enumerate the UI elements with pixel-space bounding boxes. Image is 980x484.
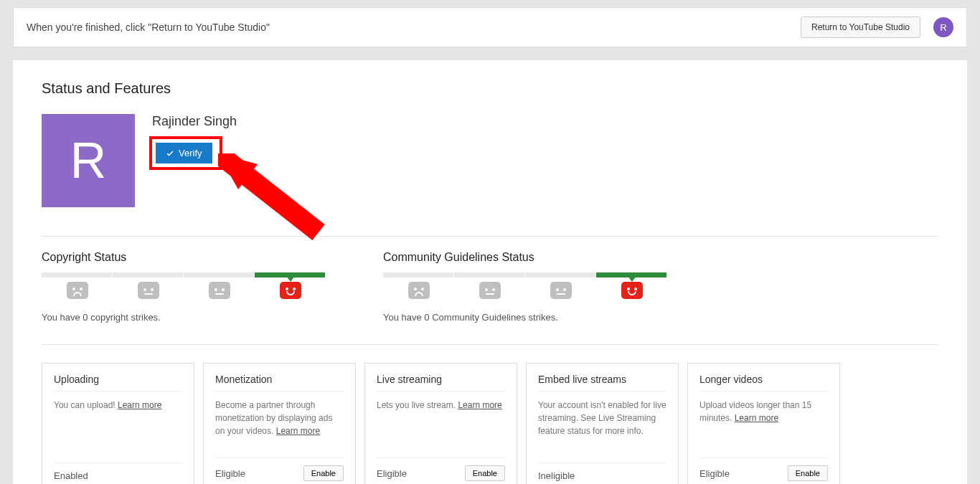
card-status: Eligible (699, 468, 730, 479)
neutral-face-icon (550, 282, 572, 299)
neutral-face-icon (479, 282, 501, 299)
learn-more-link[interactable]: Learn more (735, 413, 778, 423)
card-desc: Become a partner through monetization by… (215, 399, 344, 457)
bar-segment (525, 272, 595, 277)
sad-face-icon (67, 282, 88, 299)
card-title: Embed live streams (538, 374, 666, 392)
community-faces (383, 282, 667, 299)
happy-face-icon (621, 282, 643, 299)
card-footer: EligibleEnable (377, 457, 505, 481)
card-embed-live: Embed live streams Your account isn't en… (526, 363, 679, 484)
copyright-faces (42, 282, 326, 299)
card-monetization: Monetization Become a partner through mo… (203, 363, 356, 484)
card-longer-videos: Longer videos Upload videos longer than … (687, 363, 840, 484)
status-row: Copyright Status You have 0 copyright st… (42, 251, 938, 345)
learn-more-link[interactable]: Learn more (458, 400, 501, 410)
happy-face-icon (280, 282, 301, 299)
card-status: Ineligible (538, 470, 575, 481)
card-desc: Lets you live stream. Learn more (377, 399, 505, 457)
verify-button-label: Verify (179, 148, 202, 158)
profile-section: R Rajinder Singh Verify (42, 114, 938, 237)
neutral-face-icon (209, 282, 230, 299)
bar-segment (454, 272, 524, 277)
top-bar: When you're finished, click "Return to Y… (13, 7, 967, 47)
copyright-bar (42, 272, 326, 277)
avatar-large: R (42, 114, 135, 207)
check-icon (166, 149, 174, 158)
top-bar-message: When you're finished, click "Return to Y… (27, 22, 270, 33)
community-bar (383, 272, 667, 277)
bar-segment (113, 272, 183, 277)
card-live-streaming: Live streaming Lets you live stream. Lea… (364, 363, 517, 484)
learn-more-link[interactable]: Learn more (276, 426, 320, 436)
learn-more-link[interactable]: Learn more (118, 400, 161, 410)
neutral-face-icon (138, 282, 159, 299)
copyright-status-block: Copyright Status You have 0 copyright st… (42, 251, 326, 323)
avatar-small[interactable]: R (933, 17, 953, 37)
profile-info: Rajinder Singh Verify (149, 114, 237, 170)
card-title: Uploading (54, 374, 182, 392)
top-bar-right: Return to YouTube Studio R (801, 16, 953, 38)
verify-highlight-box: Verify (149, 136, 222, 170)
page-title: Status and Features (42, 80, 938, 97)
card-footer: EligibleEnable (699, 457, 828, 481)
card-title: Monetization (215, 374, 344, 392)
main-panel: Status and Features R Rajinder Singh Ver… (13, 60, 967, 484)
verify-button[interactable]: Verify (156, 143, 212, 163)
card-status: Eligible (377, 468, 407, 479)
card-desc: You can upload! Learn more (54, 399, 182, 462)
community-status-block: Community Guidelines Status You have 0 C… (383, 251, 667, 323)
bar-segment (42, 272, 112, 277)
community-title: Community Guidelines Status (383, 251, 667, 264)
card-status: Enabled (54, 470, 88, 481)
card-title: Live streaming (377, 374, 505, 392)
card-title: Longer videos (699, 374, 828, 392)
card-uploading: Uploading You can upload! Learn more Ena… (42, 363, 194, 484)
svg-marker-1 (218, 153, 258, 189)
card-footer: EligibleEnable (215, 457, 344, 481)
copyright-title: Copyright Status (42, 251, 326, 264)
enable-button[interactable]: Enable (465, 465, 505, 481)
feature-cards: Uploading You can upload! Learn more Ena… (42, 363, 938, 484)
copyright-text: You have 0 copyright strikes. (42, 312, 326, 323)
enable-button[interactable]: Enable (788, 465, 828, 481)
svg-line-0 (218, 153, 319, 232)
card-desc: Your account isn't enabled for live stre… (538, 399, 666, 462)
return-to-studio-button[interactable]: Return to YouTube Studio (801, 16, 920, 38)
sad-face-icon (408, 282, 430, 299)
community-text: You have 0 Community Guidelines strikes. (383, 312, 667, 323)
bar-segment (184, 272, 254, 277)
card-status: Eligible (215, 468, 245, 479)
enable-button[interactable]: Enable (303, 465, 344, 481)
card-footer: Enabled (54, 462, 182, 481)
card-desc: Upload videos longer than 15 minutes. Le… (699, 399, 828, 457)
channel-name: Rajinder Singh (152, 114, 237, 129)
bar-segment (383, 272, 453, 277)
card-footer: Ineligible (538, 462, 666, 481)
